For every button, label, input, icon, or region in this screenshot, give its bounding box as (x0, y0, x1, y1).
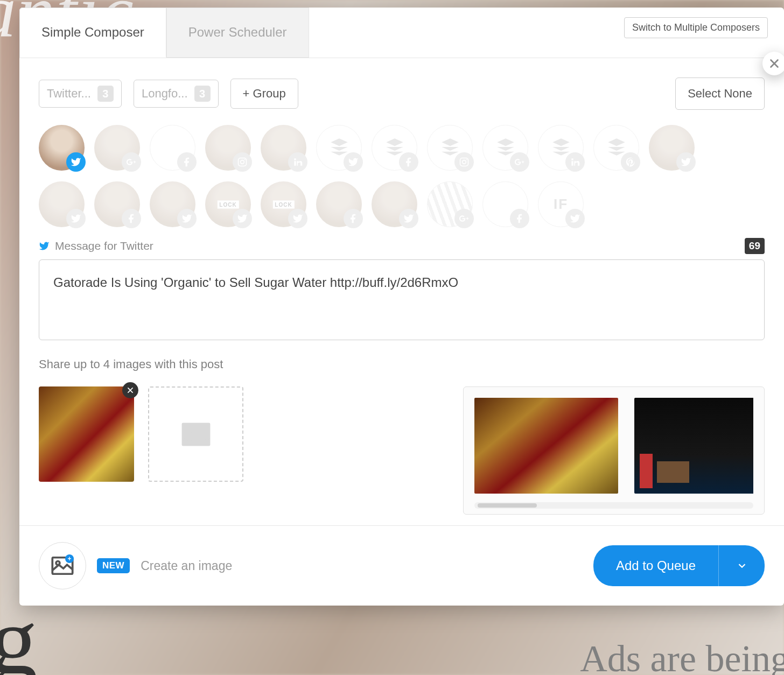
remove-image-button[interactable] (122, 382, 138, 398)
add-group-button[interactable]: + Group (230, 79, 298, 109)
group-pill-twitter[interactable]: Twitter... 3 (39, 80, 122, 108)
profile-avatar-facebook[interactable] (372, 125, 417, 171)
profile-avatar-pinterest[interactable] (593, 125, 639, 171)
profile-avatar-twitter[interactable] (39, 181, 85, 227)
twitter-icon (177, 209, 197, 228)
svg-rect-6 (181, 423, 210, 446)
plus-badge-icon: + (65, 554, 74, 563)
profile-avatar-twitter[interactable] (649, 125, 695, 171)
create-image-link[interactable]: Create an image (141, 559, 232, 573)
twitter-icon (344, 152, 363, 172)
linkedin-icon (288, 152, 307, 172)
select-none-button[interactable]: Select None (675, 78, 765, 110)
add-to-queue-button[interactable]: Add to Queue (593, 545, 718, 586)
pinterest-icon (621, 152, 640, 172)
profile-avatars-row-1 (39, 125, 765, 171)
svg-point-4 (463, 160, 466, 164)
suggested-image-2[interactable] (634, 398, 753, 494)
suggestions-scrollbar[interactable] (474, 502, 753, 509)
twitter-icon (288, 209, 307, 228)
profile-avatar-twitter[interactable] (150, 181, 195, 227)
group-pill-count: 3 (97, 86, 114, 102)
profile-avatar-twitter[interactable] (372, 181, 417, 227)
profile-avatar-twitter[interactable]: IF (538, 181, 584, 227)
new-badge: NEW (97, 558, 130, 573)
profile-avatar-facebook[interactable] (94, 181, 140, 227)
group-selector-row: Twitter... 3 Longfo... 3 + Group Select … (39, 78, 765, 110)
facebook-icon (399, 152, 418, 172)
group-pill-longform[interactable]: Longfo... 3 (134, 80, 219, 108)
googleplus-icon (454, 209, 474, 228)
locked-badge: LOCK (272, 200, 294, 208)
group-pill-label: Twitter... (47, 87, 91, 101)
switch-multiple-composers-button[interactable]: Switch to Multiple Composers (624, 17, 768, 38)
message-network-label: Message for Twitter (55, 240, 153, 252)
googleplus-icon (122, 152, 141, 172)
svg-point-2 (244, 159, 246, 160)
profile-avatar-twitter[interactable]: LOCK (205, 181, 251, 227)
attached-image-1[interactable] (39, 386, 134, 482)
profile-avatar-twitter[interactable] (39, 125, 85, 171)
add-image-placeholder[interactable] (148, 386, 243, 482)
instagram-icon (454, 152, 474, 172)
twitter-icon (233, 209, 252, 228)
profile-avatar-facebook[interactable] (482, 181, 528, 227)
remove-icon (127, 386, 134, 394)
create-image-icon-button[interactable]: + (39, 542, 86, 589)
profile-avatars-row-2: LOCKLOCKIF (39, 181, 765, 227)
twitter-icon (39, 241, 50, 251)
composer-content: Twitter... 3 Longfo... 3 + Group Select … (19, 58, 784, 515)
facebook-icon (344, 209, 363, 228)
twitter-icon (399, 209, 418, 228)
profile-avatar-googleplus[interactable] (427, 181, 473, 227)
image-suggestions-panel (463, 386, 765, 515)
group-pill-label: Longfo... (142, 87, 188, 101)
profile-avatar-googleplus[interactable] (482, 125, 528, 171)
tab-power-scheduler[interactable]: Power Scheduler (166, 8, 309, 58)
images-row (39, 386, 765, 515)
avatar-text-label: IF (554, 196, 568, 213)
facebook-icon (510, 209, 529, 228)
composer-footer: + NEW Create an image Add to Queue (19, 525, 784, 606)
svg-point-7 (187, 428, 192, 433)
facebook-icon (122, 209, 141, 228)
twitter-icon (66, 152, 86, 172)
close-button[interactable] (762, 52, 784, 75)
svg-point-1 (241, 160, 244, 164)
profile-avatar-instagram[interactable] (205, 125, 251, 171)
message-header: Message for Twitter 69 (39, 238, 765, 254)
message-textarea[interactable] (39, 259, 765, 340)
profile-avatar-facebook[interactable] (316, 181, 362, 227)
profile-avatar-facebook[interactable] (150, 125, 195, 171)
suggested-image-1[interactable] (474, 398, 618, 494)
linkedin-icon (565, 152, 585, 172)
profile-avatar-linkedin[interactable] (538, 125, 584, 171)
scrollbar-handle[interactable] (478, 503, 537, 508)
chevron-down-icon (736, 560, 748, 572)
profile-avatar-instagram[interactable] (427, 125, 473, 171)
locked-badge: LOCK (217, 200, 239, 208)
instagram-icon (233, 152, 252, 172)
image-placeholder-icon (180, 421, 212, 447)
profile-avatar-linkedin[interactable] (261, 125, 306, 171)
profile-avatar-twitter[interactable]: LOCK (261, 181, 306, 227)
close-icon (768, 58, 780, 69)
twitter-icon (66, 209, 86, 228)
svg-point-5 (466, 159, 467, 160)
profile-avatar-twitter[interactable] (316, 125, 362, 171)
queue-dropdown-toggle[interactable] (718, 545, 765, 586)
twitter-icon (565, 209, 585, 228)
character-count: 69 (745, 238, 765, 254)
profile-avatar-googleplus[interactable] (94, 125, 140, 171)
background-text-fragment-right: Ads are being (580, 637, 784, 675)
tab-simple-composer[interactable]: Simple Composer (19, 8, 166, 58)
facebook-icon (177, 152, 197, 172)
share-images-hint: Share up to 4 images with this post (39, 357, 765, 371)
tabs-row: Simple Composer Power Scheduler Switch t… (19, 8, 784, 58)
group-pill-count: 3 (194, 86, 211, 102)
composer-modal: Simple Composer Power Scheduler Switch t… (19, 8, 784, 606)
twitter-icon (676, 152, 696, 172)
googleplus-icon (510, 152, 529, 172)
